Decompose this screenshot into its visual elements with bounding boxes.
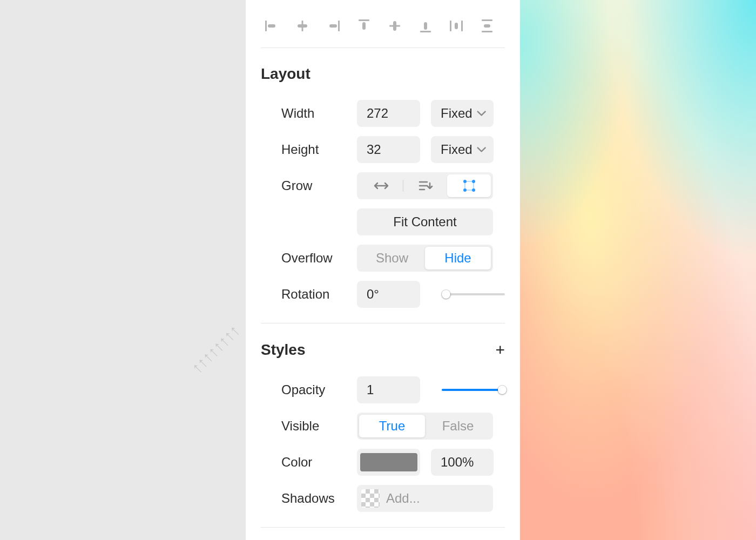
svg-point-23 (463, 188, 467, 192)
height-label: Height (281, 142, 357, 157)
list-down-icon (418, 180, 433, 192)
height-row: Height 32 Fixed (261, 136, 505, 163)
styles-section: Styles + Opacity 1 Visible True False Co… (261, 323, 505, 528)
layout-title: Layout (261, 65, 310, 83)
svg-rect-16 (482, 31, 492, 32)
corners-icon (462, 179, 476, 193)
shadows-row: Shadows Add... (261, 485, 505, 512)
visible-row: Visible True False (261, 413, 505, 440)
layout-section: Layout Width 272 Fixed Height 32 Fixed G… (261, 48, 505, 323)
svg-rect-11 (424, 22, 427, 30)
svg-rect-1 (268, 24, 275, 28)
rotation-row: Rotation 0° (261, 281, 505, 308)
ghost-arrows: ↑↑↑↑↑↑↑↑ (187, 321, 243, 377)
width-row: Width 272 Fixed (261, 100, 505, 127)
fit-content-button[interactable]: Fit Content (357, 208, 493, 235)
overflow-toggle: Show Hide (357, 245, 493, 272)
shadows-label: Shadows (281, 491, 357, 506)
svg-rect-9 (393, 21, 396, 31)
svg-point-24 (472, 188, 475, 192)
svg-rect-6 (359, 19, 369, 21)
grow-vertical-button[interactable] (403, 174, 447, 197)
rotation-slider[interactable] (442, 293, 505, 295)
distribute-horizontal-button[interactable] (447, 16, 466, 36)
svg-rect-13 (461, 21, 463, 31)
color-swatch (360, 453, 417, 471)
rotation-label: Rotation (281, 287, 357, 302)
svg-rect-3 (298, 24, 307, 28)
overflow-row: Overflow Show Hide (261, 245, 505, 272)
grow-row: Grow (261, 172, 505, 199)
svg-point-21 (463, 180, 467, 183)
overflow-label: Overflow (281, 251, 357, 266)
align-vcenter-button[interactable] (385, 16, 404, 36)
chevron-down-icon (477, 146, 486, 153)
svg-rect-10 (420, 31, 431, 32)
width-input[interactable]: 272 (357, 100, 420, 127)
svg-point-22 (472, 180, 475, 183)
rotation-input[interactable]: 0° (357, 281, 420, 308)
svg-rect-12 (450, 21, 451, 31)
opacity-input[interactable]: 1 (357, 376, 420, 403)
opacity-label: Opacity (281, 382, 357, 397)
align-left-button[interactable] (262, 16, 281, 36)
height-mode-value: Fixed (441, 142, 473, 157)
canvas-area[interactable]: ↑↑↑↑↑↑↑↑ (0, 0, 246, 540)
width-label: Width (281, 106, 357, 121)
arrows-horizontal-icon (373, 180, 390, 191)
svg-rect-15 (482, 19, 492, 21)
color-row: Color 100% (261, 449, 505, 476)
visible-true-button[interactable]: True (359, 415, 425, 437)
visible-toggle: True False (357, 413, 493, 440)
grow-none-button[interactable] (447, 174, 491, 197)
canvas-preview-gradient[interactable] (520, 0, 756, 540)
add-shadow-button[interactable]: Add... (357, 485, 493, 512)
width-mode-value: Fixed (441, 106, 473, 121)
height-mode-dropdown[interactable]: Fixed (431, 136, 494, 163)
visible-false-button[interactable]: False (425, 415, 491, 437)
align-hcenter-button[interactable] (293, 16, 312, 36)
transparency-checker-icon (361, 489, 380, 508)
styles-title: Styles (261, 341, 306, 359)
alignment-row (261, 0, 505, 48)
chevron-down-icon (477, 110, 486, 117)
svg-rect-5 (329, 24, 337, 28)
align-right-button[interactable] (323, 16, 343, 36)
distribute-vertical-button[interactable] (477, 16, 497, 36)
svg-rect-17 (484, 24, 490, 28)
svg-rect-0 (265, 21, 267, 31)
overflow-hide-button[interactable]: Hide (425, 247, 491, 269)
align-top-button[interactable] (354, 16, 374, 36)
opacity-row: Opacity 1 (261, 376, 505, 403)
grow-horizontal-button[interactable] (359, 174, 403, 197)
add-shadow-placeholder: Add... (386, 491, 420, 506)
height-input[interactable]: 32 (357, 136, 420, 163)
grow-label: Grow (281, 178, 357, 193)
add-style-button[interactable]: + (495, 341, 505, 359)
overflow-show-button[interactable]: Show (359, 247, 425, 269)
width-mode-dropdown[interactable]: Fixed (431, 100, 494, 127)
visible-label: Visible (281, 418, 357, 434)
svg-rect-14 (455, 23, 458, 29)
color-alpha-input[interactable]: 100% (431, 449, 494, 476)
grow-seg-group (357, 172, 493, 199)
inspector-panel: Layout Width 272 Fixed Height 32 Fixed G… (246, 0, 520, 540)
color-swatch-button[interactable] (357, 449, 420, 476)
opacity-slider[interactable] (442, 389, 505, 391)
align-bottom-button[interactable] (416, 16, 435, 36)
svg-rect-7 (362, 22, 366, 30)
svg-rect-4 (338, 21, 340, 31)
color-label: Color (281, 455, 357, 470)
